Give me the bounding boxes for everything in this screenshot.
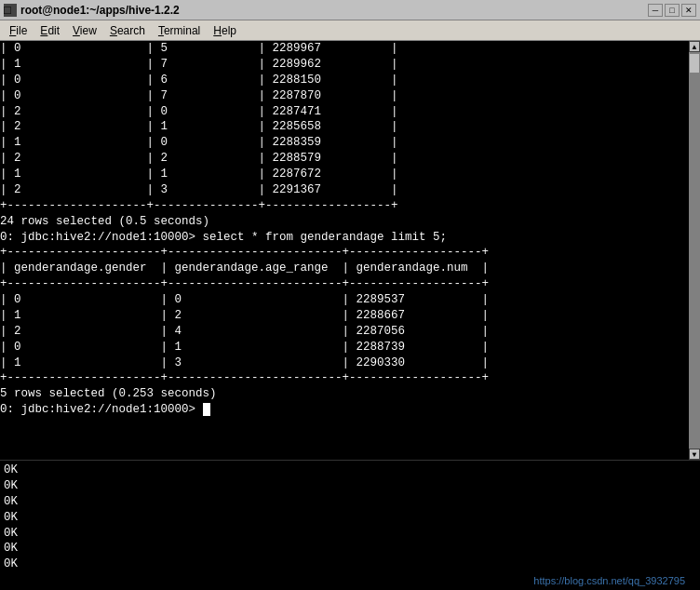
terminal-bottom-text: 0K 0K 0K 0K 0K 0K 0K — [4, 463, 696, 572]
menu-terminal[interactable]: Terminal — [153, 22, 206, 39]
window-title: root@node1:~/apps/hive-1.2.2 — [20, 4, 180, 17]
title-bar-controls: ─ □ ✕ — [648, 4, 696, 17]
terminal-bottom-pane[interactable]: 0K 0K 0K 0K 0K 0K 0K — [0, 460, 700, 590]
cursor — [203, 403, 210, 416]
close-button[interactable]: ✕ — [681, 4, 696, 17]
terminal-container: | 0 | 5 | 2289967 | | 1 | 7 | 2289962 | … — [0, 41, 700, 590]
menu-edit[interactable]: Edit — [34, 22, 65, 39]
menu-bar: File Edit View Search Terminal Help — [0, 20, 700, 41]
maximize-button[interactable]: □ — [665, 4, 680, 17]
minimize-button[interactable]: ─ — [648, 4, 663, 17]
title-bar-left: □ root@node1:~/apps/hive-1.2.2 — [4, 4, 180, 17]
scrollbar[interactable]: ▲ ▼ — [689, 41, 700, 460]
terminal-main-text: | 0 | 5 | 2289967 | | 1 | 7 | 2289962 | … — [0, 41, 689, 418]
scrollbar-up-button[interactable]: ▲ — [689, 41, 700, 52]
menu-search[interactable]: Search — [104, 22, 151, 39]
terminal-main-area: | 0 | 5 | 2289967 | | 1 | 7 | 2289962 | … — [0, 41, 700, 460]
menu-help[interactable]: Help — [208, 22, 242, 39]
scrollbar-thumb[interactable] — [690, 54, 699, 73]
scrollbar-down-button[interactable]: ▼ — [689, 449, 700, 460]
title-bar: □ root@node1:~/apps/hive-1.2.2 ─ □ ✕ — [0, 0, 700, 20]
terminal-main-content[interactable]: | 0 | 5 | 2289967 | | 1 | 7 | 2289962 | … — [0, 41, 689, 460]
menu-file[interactable]: File — [4, 22, 33, 39]
window-icon: □ — [4, 4, 17, 17]
menu-view[interactable]: View — [67, 22, 102, 39]
